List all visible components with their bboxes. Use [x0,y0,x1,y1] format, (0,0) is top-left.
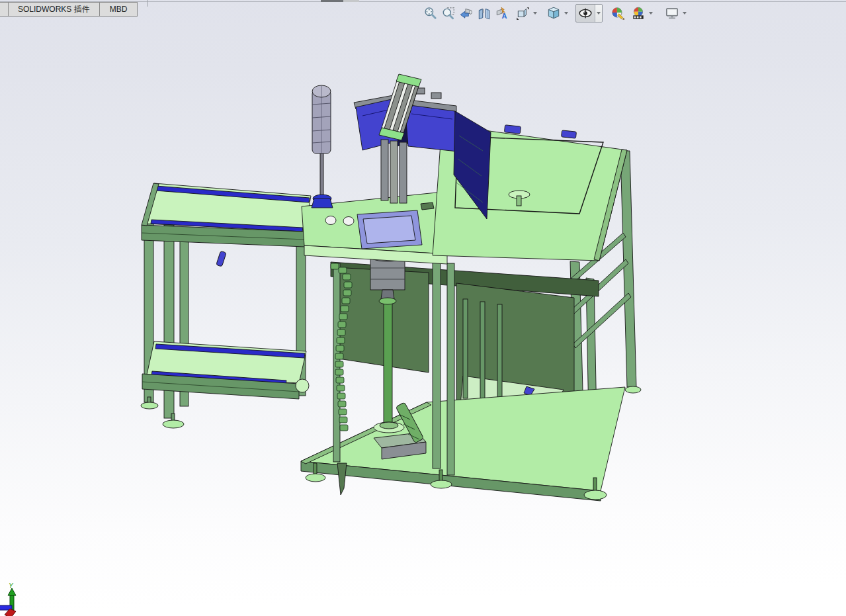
svg-text:A: A [501,12,507,20]
dynamic-annotation-views-button[interactable]: A [493,5,511,22]
edit-appearance-icon [611,6,625,21]
tab-mbd[interactable]: MBD [100,2,138,17]
previous-view-icon [459,6,474,21]
view-orientation-icon [515,6,530,21]
heads-up-toolbar: A [421,4,688,22]
commandmanager-grip-light [343,0,359,2]
commandmanager-grip-dark [321,0,343,2]
apply-scene-button[interactable] [629,5,647,22]
display-style-dropdown[interactable] [562,5,570,22]
orientation-triad: Y [0,582,16,616]
hide-show-items-button[interactable] [576,5,595,22]
push-button[interactable] [343,217,354,226]
edit-appearance-button[interactable] [609,5,626,22]
display-style-button[interactable] [544,5,562,22]
zoom-to-fit-icon [423,6,438,21]
tab-solidworks-addins[interactable]: SOLIDWORKS 插件 [9,2,100,17]
view-settings-button[interactable] [663,5,681,22]
view-orientation-button[interactable] [513,5,531,22]
tab-area-divider [148,0,148,7]
zoom-to-area-icon [441,6,456,21]
display-style-icon [546,6,561,21]
machine-assembly-model: Y [0,0,846,616]
previous-view-button[interactable] [457,5,475,22]
top-chrome: SOLIDWORKS 插件 MBD [0,0,846,22]
view-settings-dropdown[interactable] [681,5,688,22]
hide-show-items-group [575,4,603,22]
section-view-button[interactable] [475,5,493,22]
left-conveyor [141,183,311,428]
apply-scene-icon [631,6,646,21]
solidworks-window: Y SOLIDWORKS 插件 MBD [0,0,846,616]
zoom-to-area-button[interactable] [439,5,457,22]
graphics-area[interactable]: Y [0,0,846,616]
hide-show-items-dropdown[interactable] [595,5,602,22]
triad-y-label: Y [9,582,14,590]
dynamic-annotation-views-icon: A [495,6,509,21]
base-plate [301,387,625,501]
zoom-to-fit-button[interactable] [421,5,439,22]
commandmanager-tabs: SOLIDWORKS 插件 MBD [0,2,138,17]
signal-tower [312,85,333,208]
apply-scene-dropdown[interactable] [647,5,654,22]
view-orientation-dropdown[interactable] [531,5,538,22]
tab-stub[interactable] [0,2,9,17]
push-button[interactable] [325,216,336,225]
view-settings-icon [665,6,679,21]
section-view-icon [477,6,491,21]
eye-icon [578,6,593,21]
